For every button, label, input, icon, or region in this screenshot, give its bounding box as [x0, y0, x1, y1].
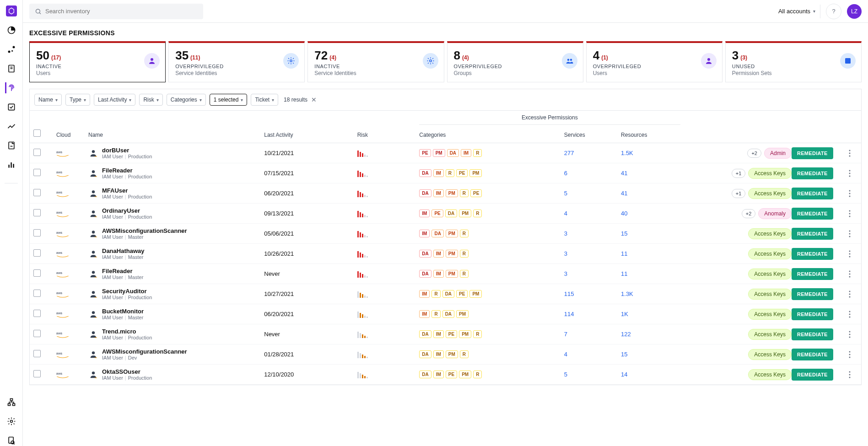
- services-count[interactable]: 7: [564, 331, 567, 338]
- user-avatar[interactable]: LZ: [847, 4, 862, 19]
- services-count[interactable]: 5: [564, 371, 567, 378]
- resources-count[interactable]: 14: [621, 371, 627, 378]
- row-menu-button[interactable]: [842, 230, 857, 237]
- row-name[interactable]: OrdinaryUser: [102, 207, 152, 214]
- help-button[interactable]: ?: [826, 4, 841, 19]
- services-count[interactable]: 115: [564, 290, 574, 297]
- more-tags-badge[interactable]: +2: [742, 209, 756, 218]
- row-name[interactable]: AWSMisconfigurationScanner: [102, 227, 187, 234]
- row-menu-button[interactable]: [842, 150, 857, 157]
- row-checkbox[interactable]: [33, 189, 41, 196]
- services-count[interactable]: 6: [564, 170, 567, 177]
- row-menu-button[interactable]: [842, 190, 857, 197]
- services-count[interactable]: 3: [564, 230, 567, 237]
- more-tags-badge[interactable]: +2: [747, 149, 761, 158]
- resources-count[interactable]: 1.3K: [621, 290, 633, 297]
- resources-count[interactable]: 11: [621, 250, 627, 257]
- remediate-button[interactable]: REMEDIATE: [792, 147, 833, 159]
- remediate-button[interactable]: REMEDIATE: [792, 188, 833, 199]
- select-all-checkbox[interactable]: [33, 129, 41, 137]
- remediate-button[interactable]: REMEDIATE: [792, 248, 833, 260]
- services-count[interactable]: 4: [564, 210, 567, 217]
- summary-card[interactable]: 4(1) OVERPRIVILEGED Users: [586, 41, 722, 82]
- row-checkbox[interactable]: [33, 149, 41, 156]
- remediate-button[interactable]: REMEDIATE: [792, 308, 833, 320]
- row-name[interactable]: AWSMisconfigurationScanner: [102, 348, 187, 355]
- remediate-button[interactable]: REMEDIATE: [792, 349, 833, 360]
- remediate-button[interactable]: REMEDIATE: [792, 268, 833, 280]
- remediate-button[interactable]: REMEDIATE: [792, 288, 833, 300]
- search-input[interactable]: [45, 8, 198, 15]
- resources-count[interactable]: 15: [621, 230, 627, 237]
- filter-chip[interactable]: Risk▾: [139, 94, 162, 106]
- row-name[interactable]: SecurityAuditor: [102, 288, 152, 295]
- row-checkbox[interactable]: [33, 310, 41, 317]
- row-menu-button[interactable]: [842, 170, 857, 177]
- row-name[interactable]: BucketMonitor: [102, 308, 144, 315]
- nav-graph-icon[interactable]: [6, 44, 17, 55]
- nav-org-icon[interactable]: [6, 397, 17, 408]
- resources-count[interactable]: 41: [621, 190, 627, 197]
- nav-document-icon[interactable]: [6, 63, 17, 74]
- remediate-button[interactable]: REMEDIATE: [792, 167, 833, 179]
- row-checkbox[interactable]: [33, 169, 41, 176]
- filter-chip[interactable]: Ticket▾: [251, 94, 278, 106]
- row-name[interactable]: dorBUser: [102, 147, 152, 154]
- summary-card[interactable]: 50(17) INACTIVE Users: [29, 41, 166, 82]
- nav-barchart-icon[interactable]: [6, 159, 17, 170]
- summary-card[interactable]: 35(11) OVERPRIVILEGED Service Identities: [168, 41, 305, 82]
- row-name[interactable]: MFAUser: [102, 187, 152, 194]
- filter-chip[interactable]: Name▾: [34, 94, 62, 106]
- nav-check-icon[interactable]: [6, 102, 17, 113]
- services-count[interactable]: 4: [564, 351, 567, 358]
- resources-count[interactable]: 15: [621, 351, 627, 358]
- remediate-button[interactable]: REMEDIATE: [792, 369, 833, 381]
- search-input-wrap[interactable]: [29, 4, 203, 19]
- row-name[interactable]: Trend.micro: [102, 328, 152, 335]
- services-count[interactable]: 3: [564, 250, 567, 257]
- services-count[interactable]: 5: [564, 190, 567, 197]
- services-count[interactable]: 3: [564, 270, 567, 277]
- summary-card[interactable]: 72(4) INACTIVE Service Identities: [307, 41, 444, 82]
- nav-audit-icon[interactable]: [6, 435, 17, 446]
- services-count[interactable]: 277: [564, 150, 574, 156]
- row-checkbox[interactable]: [33, 350, 41, 357]
- filter-chip[interactable]: Last Activity▾: [94, 94, 135, 106]
- row-name[interactable]: FileReader: [102, 268, 143, 274]
- resources-count[interactable]: 41: [621, 170, 627, 177]
- nav-settings-icon[interactable]: [6, 416, 17, 427]
- clear-filters-button[interactable]: ✕: [311, 96, 317, 103]
- filter-chip[interactable]: Categories▾: [167, 94, 206, 106]
- row-checkbox[interactable]: [33, 209, 41, 216]
- row-checkbox[interactable]: [33, 290, 41, 297]
- resources-count[interactable]: 11: [621, 270, 627, 277]
- resources-count[interactable]: 1K: [621, 311, 628, 317]
- filter-chip[interactable]: Type▾: [65, 94, 90, 106]
- row-menu-button[interactable]: [842, 371, 857, 378]
- remediate-button[interactable]: REMEDIATE: [792, 208, 833, 220]
- row-name[interactable]: DanaHathaway: [102, 247, 144, 254]
- row-menu-button[interactable]: [842, 210, 857, 217]
- row-menu-button[interactable]: [842, 250, 857, 258]
- more-tags-badge[interactable]: +1: [732, 169, 746, 178]
- nav-fingerprint-icon[interactable]: [5, 82, 16, 93]
- app-logo-icon[interactable]: [6, 5, 17, 16]
- summary-card[interactable]: 8(4) OVERPRIVILEGED Groups: [447, 41, 583, 82]
- row-menu-button[interactable]: [842, 270, 857, 278]
- row-checkbox[interactable]: [33, 269, 41, 277]
- accounts-dropdown[interactable]: All accounts ▾: [774, 5, 820, 18]
- row-checkbox[interactable]: [33, 249, 41, 257]
- row-menu-button[interactable]: [842, 311, 857, 318]
- resources-count[interactable]: 1.5K: [621, 150, 633, 156]
- row-menu-button[interactable]: [842, 290, 857, 298]
- remediate-button[interactable]: REMEDIATE: [792, 328, 833, 340]
- more-tags-badge[interactable]: +1: [732, 189, 746, 198]
- summary-card[interactable]: 3(3) UNUSED Permission Sets: [725, 41, 862, 82]
- resources-count[interactable]: 122: [621, 331, 631, 338]
- row-checkbox[interactable]: [33, 330, 41, 337]
- row-checkbox[interactable]: [33, 370, 41, 377]
- row-name[interactable]: FileReader: [102, 167, 152, 174]
- nav-dashboard-icon[interactable]: [6, 25, 17, 36]
- resources-count[interactable]: 40: [621, 210, 627, 217]
- filter-chip[interactable]: 1 selected▾: [210, 94, 248, 106]
